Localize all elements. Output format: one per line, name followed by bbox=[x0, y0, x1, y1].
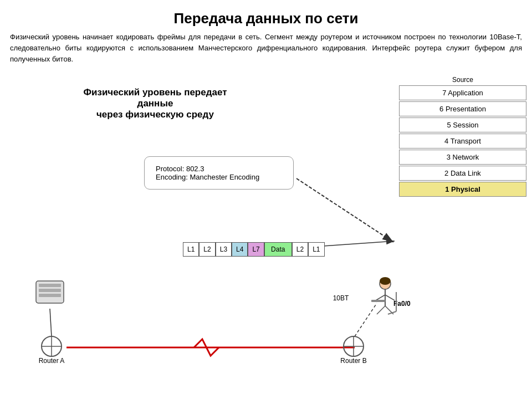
svg-rect-14 bbox=[39, 289, 61, 292]
layer-label-line2: через физическую среду bbox=[72, 109, 238, 120]
frame-cell-l1b: L1 bbox=[308, 242, 324, 257]
main-area: Физический уровень передает данные через… bbox=[0, 70, 532, 381]
frame-cell-l2b: L2 bbox=[292, 242, 308, 257]
svg-point-20 bbox=[380, 278, 391, 289]
svg-point-29 bbox=[380, 277, 391, 285]
svg-text:10BT: 10BT bbox=[333, 294, 349, 302]
svg-point-6 bbox=[42, 336, 62, 356]
frame-cell-data: Data bbox=[264, 242, 292, 257]
svg-rect-28 bbox=[371, 300, 385, 302]
frame-cell-l7: L7 bbox=[248, 242, 264, 257]
frame-cell-l3: L3 bbox=[216, 242, 232, 257]
layer-label-line1: Физический уровень передает данные bbox=[72, 87, 238, 109]
osi-layer-2: 2 Data Link bbox=[399, 166, 526, 181]
svg-line-3 bbox=[50, 309, 52, 336]
osi-layer-1: 1 Physical bbox=[399, 182, 526, 197]
svg-text:Router B: Router B bbox=[340, 357, 366, 365]
frame-cell-l4: L4 bbox=[232, 242, 248, 257]
svg-line-24 bbox=[377, 306, 385, 314]
osi-layer-6: 6 Presentation bbox=[399, 101, 526, 116]
svg-line-5 bbox=[355, 303, 377, 336]
page-title: Передача данных по сети bbox=[0, 0, 532, 32]
protocol-box: Protocol: 802.3 Encoding: Manchester Enc… bbox=[144, 156, 294, 190]
osi-stack: Source 7 Application 6 Presentation 5 Se… bbox=[399, 76, 526, 198]
svg-rect-15 bbox=[39, 294, 61, 297]
svg-text:Fa0/0: Fa0/0 bbox=[393, 300, 411, 308]
description-text: Физический уровень начинает кодировать ф… bbox=[0, 32, 532, 70]
data-frame: L1 L2 L3 L4 L7 Data L2 L1 bbox=[183, 242, 325, 257]
osi-layer-4: 4 Transport bbox=[399, 134, 526, 149]
svg-line-25 bbox=[385, 306, 393, 314]
osi-layer-3: 3 Network bbox=[399, 150, 526, 165]
svg-line-1 bbox=[296, 178, 393, 242]
svg-line-22 bbox=[376, 295, 385, 300]
svg-line-23 bbox=[385, 295, 395, 300]
diagram-svg: Router A Router B 10BT Fa0/0 bbox=[0, 275, 416, 386]
protocol-line2: Encoding: Manchester Encoding bbox=[156, 173, 282, 181]
network-diagram: Router A Router B 10BT Fa0/0 bbox=[0, 275, 416, 386]
frame-cell-l1a: L1 bbox=[183, 242, 199, 257]
svg-line-27 bbox=[388, 311, 396, 314]
layer-label: Физический уровень передает данные через… bbox=[72, 87, 238, 120]
svg-text:Router A: Router A bbox=[39, 357, 65, 365]
osi-layer-5: 5 Session bbox=[399, 117, 526, 132]
svg-rect-13 bbox=[39, 284, 61, 287]
svg-rect-12 bbox=[36, 281, 64, 303]
protocol-line1: Protocol: 802.3 bbox=[156, 165, 282, 173]
osi-source-label: Source bbox=[399, 76, 526, 84]
osi-layer-7: 7 Application bbox=[399, 85, 526, 100]
frame-cell-l2a: L2 bbox=[199, 242, 215, 257]
svg-point-9 bbox=[344, 336, 364, 356]
